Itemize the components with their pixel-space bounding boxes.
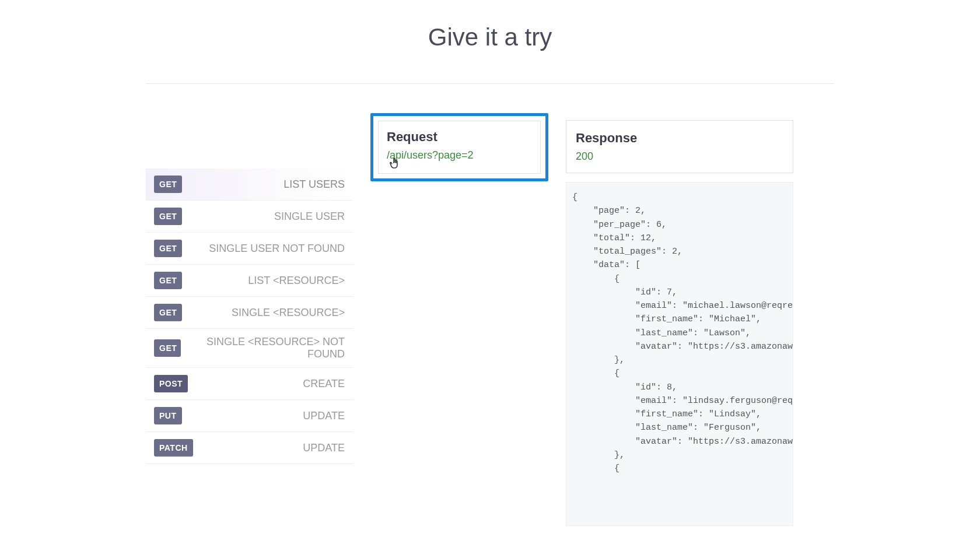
endpoints-list: GETLIST USERSGETSINGLE USERGETSINGLE USE… xyxy=(146,169,353,464)
request-heading: Request xyxy=(387,129,532,145)
response-body[interactable]: { "page": 2, "per_page": 6, "total": 12,… xyxy=(566,182,793,526)
endpoint-row[interactable]: GETLIST <RESOURCE> xyxy=(146,265,353,297)
endpoint-row[interactable]: PATCHUPDATE xyxy=(146,432,353,464)
request-card-inner: Request /api/users?page=2 xyxy=(378,121,541,174)
endpoint-label: SINGLE <RESOURCE> NOT FOUND xyxy=(181,336,345,360)
endpoint-label: UPDATE xyxy=(303,442,345,454)
request-card[interactable]: Request /api/users?page=2 xyxy=(370,113,548,181)
endpoint-label: LIST USERS xyxy=(284,178,345,191)
http-method-badge: GET xyxy=(154,339,181,357)
endpoint-label: SINGLE USER xyxy=(274,210,345,223)
endpoint-label: SINGLE <RESOURCE> xyxy=(232,307,345,319)
divider xyxy=(146,83,834,84)
endpoint-row[interactable]: GETSINGLE USER NOT FOUND xyxy=(146,233,353,265)
http-method-badge: GET xyxy=(154,240,182,257)
http-method-badge: PATCH xyxy=(154,439,193,457)
http-method-badge: PUT xyxy=(154,407,182,424)
request-url[interactable]: /api/users?page=2 xyxy=(387,149,532,162)
response-column: Response 200 { "page": 2, "per_page": 6,… xyxy=(566,113,793,526)
response-header-card: Response 200 xyxy=(566,120,793,173)
endpoint-label: LIST <RESOURCE> xyxy=(248,275,345,287)
endpoint-label: CREATE xyxy=(303,378,345,390)
page-title: Give it a try xyxy=(0,23,980,51)
request-column: Request /api/users?page=2 xyxy=(370,113,548,181)
endpoint-label: UPDATE xyxy=(303,410,345,422)
endpoint-row[interactable]: GETSINGLE <RESOURCE> NOT FOUND xyxy=(146,329,353,368)
http-method-badge: GET xyxy=(154,208,182,225)
endpoint-row[interactable]: PUTUPDATE xyxy=(146,400,353,432)
endpoint-row[interactable]: GETSINGLE USER xyxy=(146,201,353,233)
endpoint-row[interactable]: GETLIST USERS xyxy=(146,169,353,201)
endpoint-label: SINGLE USER NOT FOUND xyxy=(209,243,345,255)
http-method-badge: GET xyxy=(154,272,182,289)
http-method-badge: POST xyxy=(154,375,188,392)
response-status: 200 xyxy=(576,150,783,163)
http-method-badge: GET xyxy=(154,176,182,193)
endpoint-row[interactable]: POSTCREATE xyxy=(146,368,353,400)
endpoint-row[interactable]: GETSINGLE <RESOURCE> xyxy=(146,297,353,329)
main-content: GETLIST USERSGETSINGLE USERGETSINGLE USE… xyxy=(146,113,834,526)
http-method-badge: GET xyxy=(154,304,182,321)
response-heading: Response xyxy=(576,131,783,146)
